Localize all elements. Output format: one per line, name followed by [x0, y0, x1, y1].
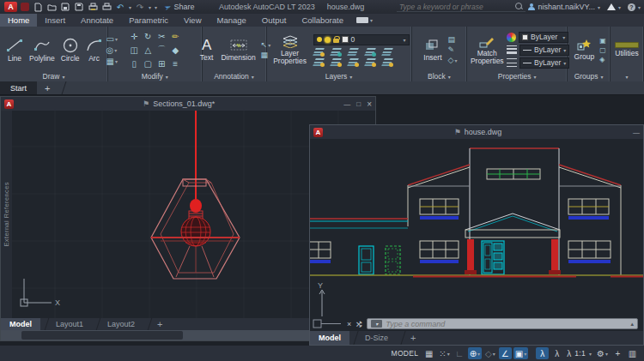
ribbon-tab-collaborate[interactable]: Collaborate [294, 14, 351, 27]
save-as-button[interactable] [74, 2, 84, 12]
sections-titlebar[interactable]: A ⚑ Sections_01.dwg* — □ × [1, 97, 375, 111]
scale-tool-icon[interactable]: ▢ [144, 59, 152, 69]
new-file-button[interactable] [33, 2, 43, 12]
layer-properties-button[interactable]: Layer Properties [270, 28, 310, 71]
text-button[interactable]: A Text [197, 28, 216, 71]
ribbon-tab-output[interactable]: Output [254, 14, 295, 27]
panel-label-annotation[interactable]: Annotation [203, 71, 266, 81]
group-select-tool-icon[interactable]: ◈ [599, 56, 605, 63]
new-drawing-tab-button[interactable]: + [37, 81, 58, 94]
linetype-dropdown[interactable]: ByLayer ▾ [519, 57, 569, 69]
command-line[interactable]: ▾ ▴ [367, 318, 638, 329]
house-new-layout-button[interactable]: + [404, 331, 422, 345]
undo-button[interactable]: ↶ [115, 2, 125, 12]
utilities-measure-button[interactable]: Utilities [612, 28, 641, 71]
user-account-button[interactable]: nishant.naikVY... ▾ [528, 3, 600, 11]
copy-tool-icon[interactable]: ◫ [131, 45, 138, 55]
layer-on-all-tool-icon[interactable] [365, 58, 375, 66]
circle-button[interactable]: Circle [58, 28, 82, 71]
autodesk-app-button[interactable]: ▾ [607, 3, 621, 10]
rotate-tool-icon[interactable]: ↻ [144, 32, 151, 41]
house-minimize-button[interactable]: — [633, 129, 640, 136]
search-input[interactable] [399, 3, 512, 11]
move-tool-icon[interactable]: ✛ [131, 32, 137, 41]
layer-lock-tool-icon[interactable] [365, 48, 375, 56]
panel-label-utilities[interactable] [611, 71, 643, 81]
object-color-dropdown[interactable]: ByLayer ▾ [519, 32, 568, 43]
file-tab-start[interactable]: Start [0, 81, 37, 94]
panel-label-block[interactable]: Block [412, 71, 467, 81]
osnap-tracking-toggle[interactable]: ∠ [499, 347, 512, 359]
layer-dropdown[interactable]: 0 ▾ [313, 34, 410, 45]
offset-tool-icon[interactable]: ≡ [173, 59, 178, 69]
customization-button[interactable]: + [611, 347, 624, 359]
annotation-scale-button[interactable]: λ1:1▾ [565, 347, 593, 359]
group-edit-tool-icon[interactable]: ▢ [599, 46, 606, 54]
ortho-mode-toggle[interactable]: ∟ [453, 347, 466, 359]
isodraft-toggle[interactable]: ◇▾ [483, 347, 497, 359]
command-input[interactable] [386, 320, 627, 328]
layer-off-tool-icon[interactable] [313, 48, 324, 56]
erase-tool-icon[interactable]: ✏ [172, 32, 179, 41]
layer-lock-icon[interactable] [333, 39, 339, 43]
arc-button[interactable]: Arc [83, 28, 106, 71]
command-close-icon[interactable]: × [347, 320, 351, 328]
annotation-autoscale-toggle[interactable]: λ [550, 347, 563, 359]
plot-button[interactable] [88, 2, 98, 12]
sections-tab-model[interactable]: Model [1, 318, 40, 330]
lineweight-icon[interactable] [507, 45, 517, 54]
mirror-tool-icon[interactable]: △ [144, 45, 151, 55]
command-prompt-icon[interactable]: ▾ [371, 320, 382, 328]
house-canvas[interactable]: Y [310, 139, 643, 316]
annotation-visibility-toggle[interactable]: λ [536, 347, 549, 359]
sections-close-button[interactable]: × [367, 99, 372, 109]
snap-mode-toggle[interactable]: ⁙▾ [437, 347, 451, 359]
linetype-icon[interactable] [507, 58, 517, 67]
match-properties-button[interactable]: Match Properties [470, 28, 504, 71]
create-block-tool-icon[interactable]: ▤ [448, 35, 456, 44]
command-wrench-icon[interactable]: ⚒ [355, 320, 363, 327]
help-button[interactable]: ▾ [628, 3, 641, 11]
ribbon-tab-home[interactable]: Home [0, 14, 37, 27]
house-tab-dsize[interactable]: D-Size [356, 331, 397, 345]
sections-scrollbar-thumb[interactable] [21, 331, 183, 340]
layer-color-swatch[interactable] [342, 36, 349, 43]
panel-label-modify[interactable]: Modify [108, 71, 202, 81]
save-button[interactable] [60, 2, 70, 12]
layer-prev-tool-icon[interactable] [382, 58, 392, 66]
object-snap-toggle[interactable]: ▣▾ [513, 347, 528, 359]
line-button[interactable]: Line [3, 28, 26, 71]
dimension-button[interactable]: Dimension [218, 28, 258, 71]
explode-tool-icon[interactable]: ◆ [172, 45, 179, 55]
autocad-logo-icon[interactable]: A [4, 2, 17, 12]
redo-dropdown-arrow-icon[interactable]: ▾ [149, 4, 151, 10]
panel-label-layers[interactable]: Layers [267, 71, 411, 81]
layer-walk-tool-icon[interactable] [313, 58, 324, 66]
layer-dropdown-arrow-icon[interactable]: ▾ [404, 37, 406, 43]
insert-block-button[interactable]: Insert [421, 28, 444, 71]
trim-tool-icon[interactable]: ✂ [158, 32, 165, 41]
ribbon-tab-parametric[interactable]: Parametric [121, 14, 176, 27]
clean-screen-button[interactable]: ▥ [626, 347, 639, 359]
edit-block-tool-icon[interactable]: ✎ [448, 45, 455, 54]
layer-match-tool-icon[interactable] [382, 48, 392, 56]
sections-tab-layout2[interactable]: Layout2 [99, 318, 143, 330]
panel-label-properties[interactable]: Properties [467, 71, 567, 81]
ribbon-tab-annotate[interactable]: Annotate [73, 14, 121, 27]
sections-tab-layout1[interactable]: Layout1 [47, 318, 92, 330]
lineweight-dropdown[interactable]: ByLayer ▾ [519, 45, 569, 56]
share-button[interactable]: ➣ Share [164, 3, 194, 12]
ribbon-tab-manage[interactable]: Manage [210, 14, 254, 27]
qat-customize-arrow-icon[interactable]: ▾ [155, 4, 157, 10]
layer-freeze-tool-icon[interactable] [348, 48, 358, 56]
panel-label-groups[interactable]: Groups [568, 71, 610, 81]
grid-display-toggle[interactable]: ▦ [422, 347, 435, 359]
search-icon[interactable] [515, 3, 523, 10]
edit-attribute-tool-icon[interactable]: ◇ [448, 56, 454, 64]
redo-button[interactable]: ↷ [135, 2, 145, 12]
open-file-button[interactable] [46, 2, 57, 12]
polar-tracking-toggle[interactable]: ⊕▾ [468, 347, 482, 359]
house-titlebar[interactable]: A ⚑ house.dwg — [310, 125, 643, 139]
workspace-switching-button[interactable]: ⚙▾ [595, 347, 610, 359]
ribbon-tab-view[interactable]: View [176, 14, 209, 27]
